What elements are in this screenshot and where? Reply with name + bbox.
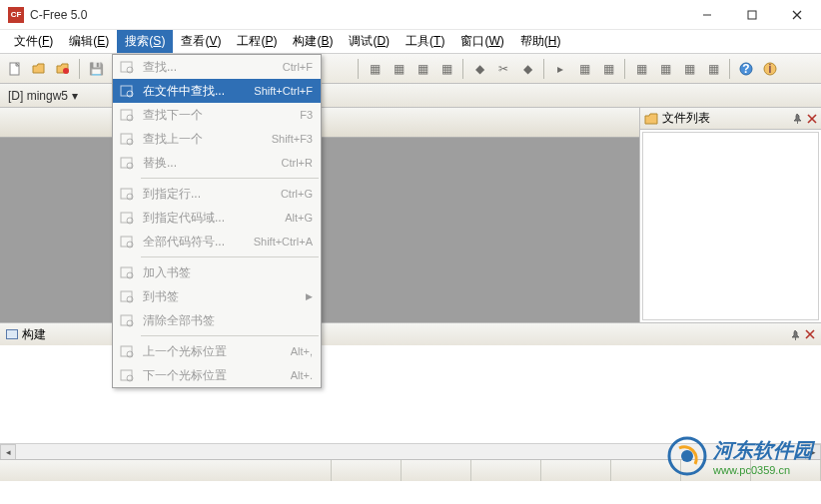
titlebar: CF C-Free 5.0 xyxy=(0,0,821,30)
svg-point-5 xyxy=(63,68,69,74)
menu-f[interactable]: 文件(F) xyxy=(6,30,61,53)
toolbar-icon[interactable]: ▦ xyxy=(678,58,700,80)
save-button[interactable]: 💾 xyxy=(85,58,107,80)
menu-item-label: 查找下一个 xyxy=(143,107,300,124)
menu-item-cursor-next: 下一个光标位置Alt+. xyxy=(113,363,321,387)
symbols-icon xyxy=(117,233,137,251)
panel-close-icon[interactable] xyxy=(805,329,815,339)
status-cell xyxy=(541,460,611,481)
cursor-next-icon xyxy=(117,366,137,384)
toolbar-icon[interactable]: ✂ xyxy=(492,58,514,80)
menu-item-bookmark-go: 到书签▶ xyxy=(113,284,321,308)
bookmark-go-icon xyxy=(117,287,137,305)
open-file-button[interactable] xyxy=(28,58,50,80)
status-cell xyxy=(751,460,821,481)
search-next-icon xyxy=(117,106,137,124)
help-button[interactable]: ? xyxy=(735,58,757,80)
file-list-body xyxy=(642,132,819,320)
svg-rect-1 xyxy=(748,11,756,19)
menu-w[interactable]: 窗口(W) xyxy=(452,30,511,53)
menubar: 文件(F)编辑(E)搜索(S)查看(V)工程(P)构建(B)调试(D)工具(T)… xyxy=(0,30,821,54)
pin-icon[interactable] xyxy=(790,329,801,340)
toolbar-separator xyxy=(543,59,544,79)
toolbar-icon[interactable]: ▸ xyxy=(549,58,571,80)
svg-text:?: ? xyxy=(742,62,749,76)
search-files-icon xyxy=(117,82,137,100)
menu-b[interactable]: 构建(B) xyxy=(285,30,341,53)
statusbar xyxy=(0,459,821,481)
status-cell xyxy=(681,460,751,481)
menu-item-label: 在文件中查找... xyxy=(143,83,254,100)
menu-item-search-prev: 查找上一个Shift+F3 xyxy=(113,127,321,151)
toolbar-icon[interactable]: ▦ xyxy=(411,58,433,80)
compiler-label[interactable]: [D] mingw5 xyxy=(8,89,68,103)
menu-t[interactable]: 工具(T) xyxy=(398,30,452,53)
goto-block-icon xyxy=(117,209,137,227)
menu-item-bookmark-add: 加入书签 xyxy=(113,260,321,284)
scroll-left-arrow[interactable]: ◂ xyxy=(0,444,16,459)
panel-close-icon[interactable] xyxy=(807,114,817,124)
menu-item-label: 到书签 xyxy=(143,288,302,305)
menu-s[interactable]: 搜索(S) xyxy=(117,30,173,53)
menu-item-cursor-prev: 上一个光标位置Alt+, xyxy=(113,339,321,363)
menu-item-search-next: 查找下一个F3 xyxy=(113,103,321,127)
menu-item-label: 清除全部书签 xyxy=(143,312,313,329)
menu-v[interactable]: 查看(V) xyxy=(173,30,229,53)
status-cell xyxy=(332,460,402,481)
build-panel-icon xyxy=(6,329,18,339)
toolbar-icon[interactable]: ▦ xyxy=(388,58,410,80)
scroll-track[interactable] xyxy=(16,444,805,459)
bookmark-clear-icon xyxy=(117,311,137,329)
toolbar-separator xyxy=(358,59,359,79)
toolbar-icon[interactable]: ▦ xyxy=(597,58,619,80)
toolbar-separator xyxy=(79,59,80,79)
window-title: C-Free 5.0 xyxy=(30,8,684,22)
toolbar-icon[interactable]: ▦ xyxy=(630,58,652,80)
menu-item-label: 到指定行... xyxy=(143,186,281,203)
menu-item-shortcut: Ctrl+F xyxy=(283,61,313,73)
compiler-dropdown-icon[interactable]: ▾ xyxy=(72,89,78,103)
menu-item-shortcut: Shift+Ctrl+F xyxy=(254,85,313,97)
info-button[interactable]: i xyxy=(759,58,781,80)
menu-p[interactable]: 工程(P) xyxy=(229,30,285,53)
maximize-button[interactable] xyxy=(729,1,774,29)
toolbar-icon[interactable]: ▦ xyxy=(364,58,386,80)
menu-separator xyxy=(141,335,319,336)
file-list-panel: 文件列表 xyxy=(639,108,821,322)
menu-item-search-files[interactable]: 在文件中查找...Shift+Ctrl+F xyxy=(113,79,321,103)
menu-item-search: 查找...Ctrl+F xyxy=(113,55,321,79)
app-icon: CF xyxy=(8,7,24,23)
close-button[interactable] xyxy=(774,1,819,29)
pin-icon[interactable] xyxy=(792,113,803,124)
goto-line-icon xyxy=(117,185,137,203)
file-list-title: 文件列表 xyxy=(662,110,710,127)
status-cell xyxy=(471,460,541,481)
status-cell xyxy=(402,460,471,481)
scroll-right-arrow[interactable]: ▸ xyxy=(805,444,821,459)
toolbar-icon[interactable]: ▦ xyxy=(573,58,595,80)
menu-item-replace: 替换...Ctrl+R xyxy=(113,151,321,175)
menu-item-label: 上一个光标位置 xyxy=(143,343,291,360)
menu-item-label: 到指定代码域... xyxy=(143,210,285,227)
menu-item-goto-block: 到指定代码域...Alt+G xyxy=(113,206,321,230)
menu-item-shortcut: Ctrl+G xyxy=(281,188,313,200)
minimize-button[interactable] xyxy=(684,1,729,29)
menu-separator xyxy=(141,256,319,257)
menu-item-goto-line: 到指定行...Ctrl+G xyxy=(113,182,321,206)
toolbar-icon[interactable]: ◆ xyxy=(468,58,490,80)
svg-text:i: i xyxy=(768,62,771,76)
toolbar-icon[interactable]: ◆ xyxy=(516,58,538,80)
open-project-button[interactable] xyxy=(52,58,74,80)
horizontal-scrollbar[interactable]: ◂ ▸ xyxy=(0,443,821,459)
toolbar-icon[interactable]: ▦ xyxy=(654,58,676,80)
menu-h[interactable]: 帮助(H) xyxy=(512,30,569,53)
new-file-button[interactable] xyxy=(4,58,26,80)
submenu-arrow-icon: ▶ xyxy=(306,291,313,301)
status-cell xyxy=(611,460,681,481)
menu-d[interactable]: 调试(D) xyxy=(341,30,398,53)
menu-item-shortcut: F3 xyxy=(300,109,313,121)
menu-item-label: 查找... xyxy=(143,59,283,76)
menu-e[interactable]: 编辑(E) xyxy=(61,30,117,53)
toolbar-icon[interactable]: ▦ xyxy=(702,58,724,80)
toolbar-icon[interactable]: ▦ xyxy=(435,58,457,80)
